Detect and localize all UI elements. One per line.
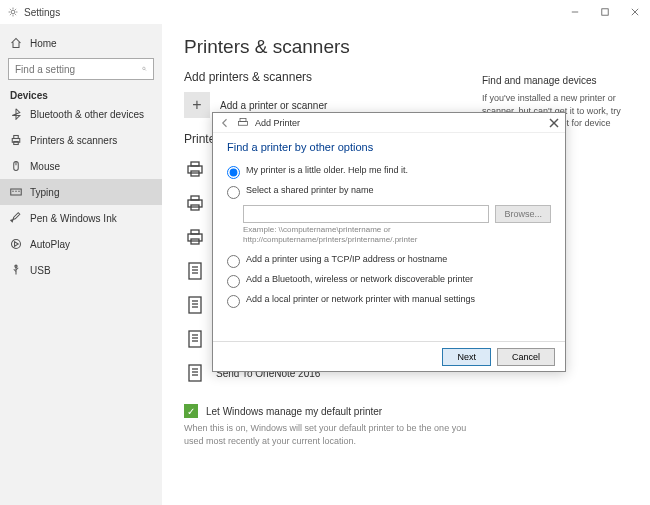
maximize-button[interactable] [590,0,620,24]
option-tcpip[interactable]: Add a printer using a TCP/IP address or … [227,254,551,268]
sidebar-item-label: USB [30,265,51,276]
radio-tcpip[interactable] [227,255,240,268]
svg-rect-9 [14,142,19,145]
document-icon [184,260,206,282]
sidebar-item-label: Typing [30,187,59,198]
sidebar: Home Devices Bluetooth & other devices P… [0,24,162,505]
close-button[interactable] [620,0,650,24]
svg-line-6 [145,69,146,70]
sidebar-item-label: Bluetooth & other devices [30,109,144,120]
svg-rect-25 [188,234,202,241]
svg-rect-40 [189,365,201,381]
right-heading: Find and manage devices [482,74,632,88]
sidebar-item-label: AutoPlay [30,239,70,250]
svg-point-0 [11,10,15,14]
page-title: Printers & scanners [184,36,628,58]
option-label: Select a shared printer by name [246,185,374,197]
option-label: Add a printer using a TCP/IP address or … [246,254,447,266]
svg-rect-19 [188,166,202,173]
default-printer-checkbox[interactable]: ✓ [184,404,198,418]
sidebar-item-printers[interactable]: Printers & scanners [0,127,162,153]
option-shared-printer[interactable]: Select a shared printer by name [227,185,551,199]
pen-icon [10,212,22,224]
option-label: Add a local printer or network printer w… [246,294,475,306]
cancel-button[interactable]: Cancel [497,348,555,366]
svg-rect-32 [189,297,201,313]
printer-icon [184,192,206,214]
printer-icon [10,134,22,146]
option-label: Add a Bluetooth, wireless or network dis… [246,274,473,286]
gear-icon [8,7,18,17]
option-manual[interactable]: Add a local printer or network printer w… [227,294,551,308]
svg-rect-28 [189,263,201,279]
sidebar-item-label: Mouse [30,161,60,172]
document-icon [184,362,206,384]
radio-bluetooth[interactable] [227,275,240,288]
svg-rect-44 [239,121,248,125]
sidebar-section-header: Devices [0,86,162,101]
printer-icon [237,117,249,129]
browse-button[interactable]: Browse... [495,205,551,223]
sidebar-home[interactable]: Home [0,30,162,56]
document-icon [184,328,206,350]
search-input-wrap[interactable] [8,58,154,80]
home-icon [10,37,22,49]
dialog-heading: Find a printer by other options [227,141,551,153]
svg-rect-36 [189,331,201,347]
titlebar: Settings [0,0,650,24]
document-icon [184,294,206,316]
svg-rect-12 [11,189,22,195]
svg-rect-22 [188,200,202,207]
sidebar-item-typing[interactable]: Typing [0,179,162,205]
radio-manual[interactable] [227,295,240,308]
printer-icon [184,158,206,180]
autoplay-icon [10,238,22,250]
sidebar-item-label: Pen & Windows Ink [30,213,117,224]
dialog-close-button[interactable] [549,118,559,128]
back-icon[interactable] [219,117,231,129]
add-printer-label: Add a printer or scanner [220,100,327,111]
shared-printer-input[interactable] [243,205,489,223]
search-icon [142,64,147,74]
sidebar-item-mouse[interactable]: Mouse [0,153,162,179]
sidebar-home-label: Home [30,38,57,49]
svg-rect-45 [240,118,246,121]
default-printer-label: Let Windows manage my default printer [206,406,382,417]
radio-older-printer[interactable] [227,166,240,179]
plus-icon: + [184,92,210,118]
option-bluetooth[interactable]: Add a Bluetooth, wireless or network dis… [227,274,551,288]
svg-rect-2 [602,9,608,15]
radio-shared-printer[interactable] [227,186,240,199]
sidebar-item-autoplay[interactable]: AutoPlay [0,231,162,257]
svg-rect-8 [14,136,19,139]
search-input[interactable] [15,64,142,75]
next-button[interactable]: Next [442,348,491,366]
example-text: Example: \\computername\printername or h… [243,225,551,246]
sidebar-item-usb[interactable]: USB [0,257,162,283]
sidebar-item-label: Printers & scanners [30,135,117,146]
option-older-printer[interactable]: My printer is a little older. Help me fi… [227,165,551,179]
svg-point-5 [143,67,146,70]
sidebar-item-bluetooth[interactable]: Bluetooth & other devices [0,101,162,127]
dialog-title: Add Printer [255,118,300,128]
printer-icon [184,226,206,248]
mouse-icon [10,160,22,172]
sidebar-item-pen[interactable]: Pen & Windows Ink [0,205,162,231]
bluetooth-icon [10,108,22,120]
keyboard-icon [10,186,22,198]
minimize-button[interactable] [560,0,590,24]
svg-rect-26 [191,230,199,234]
svg-rect-23 [191,196,199,200]
add-printer-dialog: Add Printer Find a printer by other opti… [212,112,566,372]
option-label: My printer is a little older. Help me fi… [246,165,408,177]
default-printer-desc: When this is on, Windows will set your d… [184,422,484,447]
window-title: Settings [24,7,60,18]
svg-rect-20 [191,162,199,166]
usb-icon [10,264,22,276]
